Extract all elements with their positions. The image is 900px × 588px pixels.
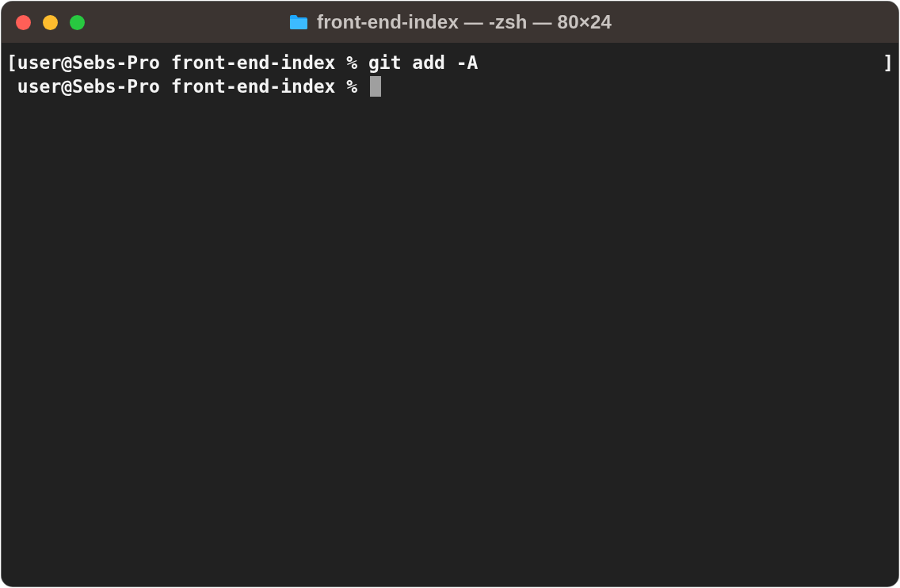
close-button[interactable] [16, 15, 31, 30]
minimize-button[interactable] [43, 15, 58, 30]
window-title: front-end-index — -zsh — 80×24 [317, 11, 612, 33]
folder-icon [288, 13, 309, 31]
titlebar: front-end-index — -zsh — 80×24 [2, 2, 898, 43]
cursor-block [370, 76, 381, 97]
prompt-text: user@Sebs-Pro front-end-index % [17, 74, 368, 98]
terminal-window: front-end-index — -zsh — 80×24 [user@Seb… [2, 2, 898, 586]
prompt-close-bracket: ] [883, 51, 894, 74]
prompt-open-bracket: [ [6, 51, 17, 74]
prompt-indent [6, 74, 17, 98]
terminal-body[interactable]: [user@Sebs-Pro front-end-index % git add… [2, 43, 898, 586]
window-title-wrap: front-end-index — -zsh — 80×24 [288, 11, 612, 33]
maximize-button[interactable] [70, 15, 85, 30]
prompt-text: user@Sebs-Pro front-end-index % [17, 51, 368, 74]
terminal-line-2: user@Sebs-Pro front-end-index % [6, 74, 894, 98]
command-text: git add -A [368, 51, 478, 74]
terminal-line-1: [user@Sebs-Pro front-end-index % git add… [6, 51, 894, 74]
traffic-lights [16, 15, 85, 30]
